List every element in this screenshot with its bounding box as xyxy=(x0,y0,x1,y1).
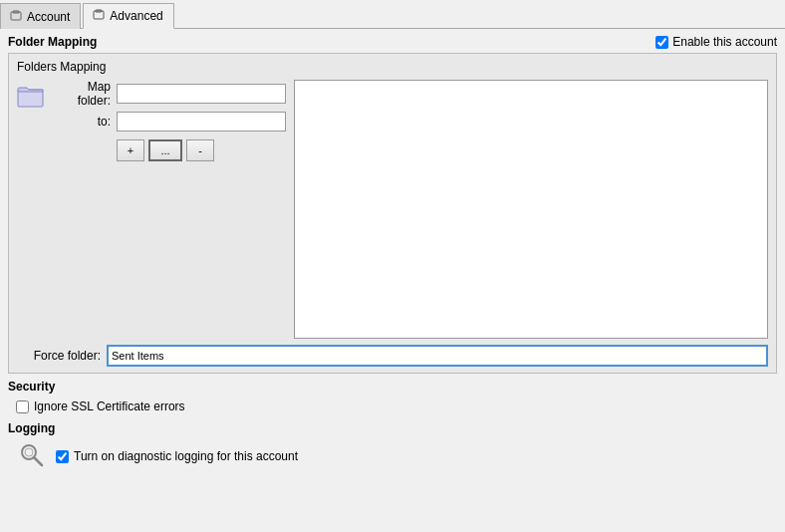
logging-title: Logging xyxy=(8,421,55,435)
ignore-ssl-label: Ignore SSL Certificate errors xyxy=(34,399,185,413)
svg-rect-4 xyxy=(18,90,43,107)
folder-mapping-section: Folders Mapping Map folder: xyxy=(8,53,777,374)
tab-advanced[interactable]: Advanced xyxy=(83,3,173,29)
folder-list[interactable] xyxy=(294,80,768,339)
to-row: to: xyxy=(51,112,286,132)
folder-mapping-title: Folder Mapping xyxy=(8,35,97,49)
top-row: Folder Mapping Enable this account xyxy=(8,35,777,49)
to-input[interactable] xyxy=(117,112,286,132)
enable-account-label: Enable this account xyxy=(672,35,777,49)
tab-account[interactable]: Account xyxy=(0,3,81,29)
folders-mapping-sublabel: Folders Mapping xyxy=(17,60,768,74)
map-folder-input[interactable] xyxy=(117,84,286,104)
folders-mapping-inner: Map folder: to: + ... - xyxy=(17,80,768,339)
map-fields: Map folder: to: + ... - xyxy=(51,80,286,339)
folder-icon xyxy=(17,82,45,110)
security-inner: Ignore SSL Certificate errors xyxy=(8,394,777,417)
ellipsis-button[interactable]: ... xyxy=(148,139,182,161)
map-folder-row: Map folder: xyxy=(51,80,286,108)
ignore-ssl-checkbox[interactable] xyxy=(16,400,29,413)
add-button[interactable]: + xyxy=(117,139,144,161)
logging-inner: Turn on diagnostic logging for this acco… xyxy=(8,435,777,475)
tab-advanced-label: Advanced xyxy=(110,9,162,23)
force-folder-row: Force folder: xyxy=(17,345,768,367)
security-title: Security xyxy=(8,380,55,394)
tab-account-label: Account xyxy=(27,10,70,24)
tabs-bar: Account Advanced xyxy=(0,0,785,29)
security-section: Security Ignore SSL Certificate errors xyxy=(8,380,777,417)
map-folder-label: Map folder: xyxy=(51,80,111,108)
diagnostic-checkbox[interactable] xyxy=(56,450,69,463)
logging-section: Logging Turn on diagnostic logging for t… xyxy=(8,421,777,475)
advanced-tab-icon xyxy=(92,9,106,23)
buttons-row: + ... - xyxy=(51,139,286,161)
remove-button[interactable]: - xyxy=(186,139,214,161)
magnifier-icon xyxy=(18,441,46,469)
force-folder-label: Force folder: xyxy=(17,349,101,363)
diagnostic-label: Turn on diagnostic logging for this acco… xyxy=(74,449,298,463)
logging-icon-area xyxy=(16,439,48,471)
svg-line-6 xyxy=(34,457,42,465)
account-tab-icon xyxy=(9,10,23,24)
enable-account-container: Enable this account xyxy=(655,35,777,49)
folder-icon-area xyxy=(17,80,45,339)
force-folder-input[interactable] xyxy=(107,345,768,367)
to-label: to: xyxy=(51,115,111,129)
enable-account-checkbox[interactable] xyxy=(655,36,668,49)
ssl-checkbox-row: Ignore SSL Certificate errors xyxy=(16,399,769,413)
left-panel: Map folder: to: + ... - xyxy=(17,80,286,339)
diagnostic-checkbox-row: Turn on diagnostic logging for this acco… xyxy=(56,449,298,463)
svg-point-7 xyxy=(25,448,33,456)
main-content: Folder Mapping Enable this account Folde… xyxy=(0,29,785,532)
